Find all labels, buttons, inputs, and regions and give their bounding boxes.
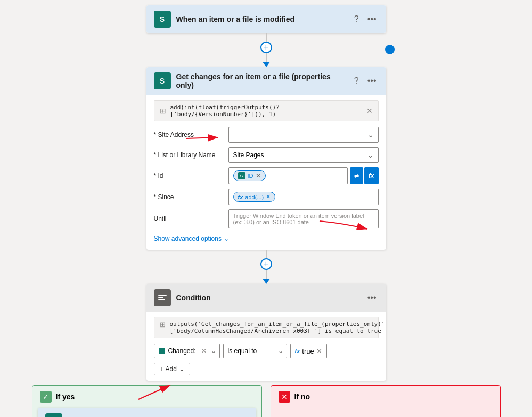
formula-text: add(int(float(triggerOutputs()?['body/{V… bbox=[170, 104, 362, 118]
copy-file-card: S Copy file ? ••• * Current Site Address bbox=[38, 408, 256, 417]
list-library-input[interactable]: Site Pages bbox=[228, 147, 379, 163]
svg-rect-0 bbox=[158, 295, 167, 296]
branch-no-icon: ✕ bbox=[279, 391, 290, 403]
since-row: * Since fx add(...) ✕ bbox=[154, 189, 379, 205]
get-changes-more-btn[interactable]: ••• bbox=[365, 75, 379, 87]
value-field[interactable]: fx true ✕ bbox=[290, 344, 327, 358]
add-step-btn-1[interactable]: + bbox=[260, 42, 272, 53]
value-token-text: true bbox=[302, 347, 314, 355]
branch-yes-icon: ✓ bbox=[40, 391, 52, 403]
condition-icon bbox=[154, 289, 171, 306]
since-input[interactable]: fx add(...) ✕ bbox=[228, 189, 379, 205]
svg-rect-2 bbox=[158, 299, 165, 300]
id-token-label: ID bbox=[248, 173, 253, 179]
get-changes-title: Get changes for an item or a file (prope… bbox=[176, 72, 347, 89]
connector-line-2 bbox=[266, 250, 267, 258]
condition-formula-icon: ⊞ bbox=[160, 321, 166, 329]
site-address-row: * Site Address bbox=[154, 127, 379, 143]
list-library-value: Site Pages bbox=[233, 151, 264, 159]
connector-line-1b bbox=[266, 53, 267, 62]
condition-header: Condition ••• bbox=[146, 284, 386, 312]
svg-rect-1 bbox=[158, 297, 163, 298]
arrow-1 bbox=[263, 62, 270, 67]
since-fx-text: add(...) bbox=[245, 194, 264, 200]
trigger-help-btn[interactable]: ? bbox=[352, 13, 361, 25]
get-changes-body: ⊞ add(int(float(triggerOutputs()?['body/… bbox=[146, 95, 386, 250]
site-address-label: * Site Address bbox=[154, 131, 223, 138]
add-row: + Add ⌄ bbox=[154, 363, 379, 375]
get-changes-card: S Get changes for an item or a file (pro… bbox=[146, 67, 386, 250]
formula-icon: ⊞ bbox=[160, 107, 166, 115]
show-advanced-chevron: ⌄ bbox=[224, 235, 229, 242]
show-advanced-btn[interactable]: Show advanced options ⌄ bbox=[154, 233, 379, 244]
branch-no-header: ✕ If no bbox=[271, 386, 500, 408]
list-library-label: * List or Library Name bbox=[154, 151, 223, 159]
value-close[interactable]: ✕ bbox=[316, 347, 322, 355]
changed-label: Changed: bbox=[168, 347, 196, 355]
condition-formula-text: outputs('Get_changes_for_an_item_or_a_fi… bbox=[170, 321, 386, 334]
condition-svg bbox=[158, 293, 167, 302]
id-input[interactable]: S ID ✕ bbox=[228, 167, 348, 184]
id-token-close[interactable]: ✕ bbox=[256, 172, 261, 179]
get-changes-header: S Get changes for an item or a file (pro… bbox=[146, 67, 386, 95]
connector-line-2b bbox=[266, 270, 267, 279]
changed-close[interactable]: ✕ bbox=[201, 347, 207, 355]
branch-container: ✓ If yes S Copy file ? ••• bbox=[16, 385, 517, 417]
add-action-btn[interactable]: Add an action bbox=[271, 408, 500, 417]
blue-dot bbox=[385, 45, 395, 54]
site-address-input[interactable] bbox=[228, 127, 379, 143]
until-input[interactable]: Trigger Window End token or an item vers… bbox=[228, 209, 379, 228]
condition-formula: ⊞ outputs('Get_changes_for_an_item_or_a_… bbox=[154, 317, 379, 338]
trigger-card: S When an item or a file is modified ? •… bbox=[146, 5, 386, 33]
arrow-2 bbox=[263, 279, 270, 284]
branch-no: ✕ If no Add an action bbox=[271, 385, 501, 417]
id-dynamic-btn[interactable]: ⇌ bbox=[350, 167, 363, 184]
trigger-more-btn[interactable]: ••• bbox=[365, 13, 379, 25]
formula-bar: ⊞ add(int(float(triggerOutputs()?['body/… bbox=[154, 100, 379, 121]
get-changes-actions: ? ••• bbox=[352, 75, 379, 87]
operator-label: is equal to bbox=[228, 347, 257, 355]
branch-no-label: If no bbox=[294, 393, 310, 401]
since-token-close[interactable]: ✕ bbox=[266, 193, 271, 200]
id-token: S ID ✕ bbox=[233, 170, 266, 181]
condition-card: Condition ••• ⊞ outputs('Get_changes_for… bbox=[146, 284, 386, 381]
until-row: Until Trigger Window End token or an ite… bbox=[154, 209, 379, 228]
connector-1: + bbox=[260, 33, 272, 67]
trigger-header: S When an item or a file is modified ? •… bbox=[146, 5, 386, 33]
id-row: * Id S ID ✕ ⇌ fx bbox=[154, 167, 379, 184]
branch-yes-label: If yes bbox=[56, 393, 75, 401]
changed-icon bbox=[159, 348, 165, 354]
id-token-icon: S bbox=[238, 172, 245, 179]
fx-value-icon: fx bbox=[295, 348, 300, 354]
id-label: * Id bbox=[154, 172, 223, 179]
trigger-icon: S bbox=[154, 11, 171, 28]
copy-file-header: S Copy file ? ••• bbox=[38, 408, 256, 417]
condition-title: Condition bbox=[176, 293, 360, 302]
branch-yes: ✓ If yes S Copy file ? ••• bbox=[32, 385, 262, 417]
changed-dropdown[interactable]: Changed: ✕ bbox=[154, 344, 220, 358]
id-btn-group: ⇌ fx bbox=[350, 167, 379, 184]
until-label: Until bbox=[154, 215, 223, 223]
id-field-group: S ID ✕ ⇌ fx bbox=[228, 167, 379, 184]
add-chevron: ⌄ bbox=[179, 365, 184, 373]
add-condition-btn[interactable]: + Add ⌄ bbox=[154, 363, 190, 375]
trigger-actions: ? ••• bbox=[352, 13, 379, 25]
until-placeholder: Trigger Window End token or an item vers… bbox=[233, 212, 374, 225]
show-advanced-label: Show advanced options bbox=[154, 235, 222, 242]
condition-row: Changed: ✕ is equal to fx true ✕ bbox=[154, 344, 379, 358]
operator-dropdown[interactable]: is equal to bbox=[223, 344, 287, 358]
add-label: Add bbox=[166, 365, 177, 373]
get-changes-help-btn[interactable]: ? bbox=[352, 75, 361, 87]
since-fx-token: fx add(...) ✕ bbox=[233, 192, 276, 202]
since-label: * Since bbox=[154, 193, 223, 201]
id-fx-btn[interactable]: fx bbox=[364, 167, 379, 184]
condition-more-btn[interactable]: ••• bbox=[365, 292, 379, 304]
add-step-btn-2[interactable]: + bbox=[260, 258, 272, 270]
plus-icon: + bbox=[160, 365, 163, 373]
branch-yes-header: ✓ If yes bbox=[32, 386, 261, 408]
condition-body: ⊞ outputs('Get_changes_for_an_item_or_a_… bbox=[146, 312, 386, 381]
copy-file-icon: S bbox=[45, 413, 62, 417]
get-changes-icon: S bbox=[154, 72, 171, 89]
formula-close-btn[interactable]: ✕ bbox=[366, 107, 373, 115]
trigger-title: When an item or a file is modified bbox=[176, 15, 347, 23]
